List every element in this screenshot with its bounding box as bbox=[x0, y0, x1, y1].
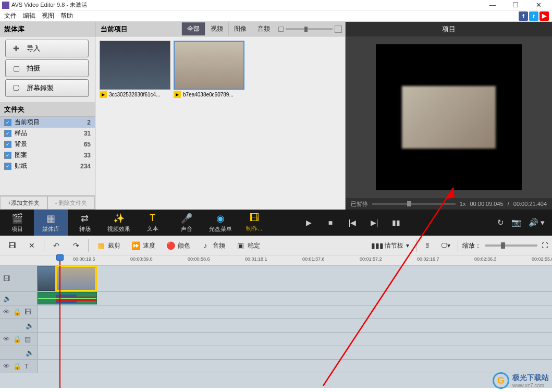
film-icon: 🎞 bbox=[3, 275, 10, 283]
clapper-icon: 🎬 bbox=[11, 213, 23, 224]
video-icon: ▶ bbox=[100, 91, 107, 98]
text-track[interactable]: 👁🔒T bbox=[0, 360, 552, 373]
color-button[interactable]: 🔴颜色 bbox=[163, 239, 193, 252]
timeline-ruler[interactable]: 00:00:19.5 00:00:39.0 00:00:58.6 00:01:1… bbox=[0, 255, 552, 266]
folder-item-patterns[interactable]: ✓图案33 bbox=[0, 150, 95, 161]
media-tab-audio[interactable]: 音频 bbox=[252, 22, 275, 35]
tab-audio[interactable]: 🎤声音 bbox=[169, 210, 203, 236]
tab-video-effects[interactable]: ✨视频效果 bbox=[102, 210, 136, 236]
audio-button[interactable]: ♪音频 bbox=[198, 239, 228, 252]
folder-item-stickers[interactable]: ✓贴纸234 bbox=[0, 161, 95, 172]
redo-icon: ↷ bbox=[71, 241, 81, 250]
folder-item-samples[interactable]: ✓样品31 bbox=[0, 128, 95, 139]
minimize-button[interactable]: — bbox=[481, 0, 504, 10]
tab-disc-menu[interactable]: ◉光盘菜单 bbox=[203, 210, 237, 236]
text-icon: T bbox=[150, 213, 155, 224]
stop-button[interactable]: ■ bbox=[324, 218, 337, 227]
lock-icon[interactable]: 🔒 bbox=[13, 308, 21, 316]
delete-button[interactable]: ✕ bbox=[24, 239, 40, 252]
tab-transitions[interactable]: ⇄转场 bbox=[68, 210, 102, 236]
overlay-track-1[interactable]: 👁🔒🎞 bbox=[0, 305, 552, 319]
capture-button[interactable]: ▢拍摄 bbox=[5, 59, 89, 77]
eye-icon[interactable]: 👁 bbox=[3, 308, 10, 316]
folder-item-current[interactable]: ✓当前项目2 bbox=[0, 117, 95, 128]
add-folder-button[interactable]: +添加文件夹 bbox=[0, 196, 47, 210]
media-library-header: 媒体库 bbox=[0, 22, 95, 36]
speed-icon: ⏩ bbox=[131, 241, 140, 250]
media-tab-video[interactable]: 视频 bbox=[205, 22, 228, 35]
preview-viewport[interactable] bbox=[346, 36, 552, 198]
menu-view[interactable]: 视图 bbox=[39, 11, 57, 20]
zoom-small-icon bbox=[278, 27, 284, 32]
timeline-clip-1[interactable] bbox=[38, 266, 55, 291]
checkbox-icon[interactable]: ✓ bbox=[4, 130, 11, 137]
menu-file[interactable]: 文件 bbox=[1, 11, 20, 20]
tab-project[interactable]: 🎬项目 bbox=[0, 210, 34, 236]
delete-folder-button[interactable]: - 删除文件夹 bbox=[47, 196, 95, 210]
checkbox-icon[interactable]: ✓ bbox=[4, 119, 11, 126]
storyboard-button[interactable]: ▮▮▮情节板▾ bbox=[370, 239, 412, 252]
trim-button[interactable]: ▦裁剪 bbox=[93, 239, 124, 252]
lock-icon[interactable]: 🔒 bbox=[13, 335, 21, 343]
eye-icon[interactable]: 👁 bbox=[3, 362, 10, 370]
youtube-icon[interactable]: ▶ bbox=[539, 11, 549, 21]
close-button[interactable]: ✕ bbox=[527, 0, 550, 10]
monitor-dropdown[interactable]: 🖵▾ bbox=[438, 240, 453, 251]
preview-seek-slider[interactable] bbox=[372, 203, 456, 205]
film-icon: 🎞 bbox=[7, 241, 17, 250]
thumb-zoom-control[interactable] bbox=[275, 26, 345, 33]
tab-media-library[interactable]: ▦媒体库 bbox=[34, 210, 68, 236]
watermark-logo-icon: G bbox=[493, 372, 509, 389]
timeline-zoom-slider[interactable] bbox=[485, 244, 537, 247]
media-thumb-2[interactable]: ▶b7ea4038e0c60789... bbox=[174, 41, 244, 98]
playhead-line bbox=[59, 266, 60, 388]
color-icon: 🔴 bbox=[166, 241, 175, 250]
audio-track[interactable]: 🔈 bbox=[0, 292, 552, 305]
eye-icon[interactable]: 👁 bbox=[3, 335, 10, 343]
time-separator: / bbox=[508, 201, 509, 207]
playhead-handle-icon[interactable] bbox=[56, 254, 64, 261]
mixer-icon[interactable]: 🎚 bbox=[421, 240, 434, 251]
menu-help[interactable]: 帮助 bbox=[57, 11, 76, 20]
folder-item-backgrounds[interactable]: ✓背景65 bbox=[0, 139, 95, 150]
redo-button[interactable]: ↷ bbox=[68, 239, 84, 252]
split-button[interactable]: ▮▮ bbox=[390, 218, 402, 227]
loop-icon[interactable]: ↻ bbox=[497, 218, 504, 227]
speed-button[interactable]: ⏩速度 bbox=[128, 239, 158, 252]
overlay-audio-1[interactable]: 🔈 bbox=[0, 319, 552, 333]
tab-text[interactable]: T文本 bbox=[136, 210, 169, 236]
video-track[interactable]: 🎞 bbox=[0, 266, 552, 292]
play-button[interactable]: ▶ bbox=[302, 218, 315, 227]
checkbox-icon[interactable]: ✓ bbox=[4, 141, 11, 148]
menu-edit[interactable]: 编辑 bbox=[20, 11, 39, 20]
lock-icon[interactable]: 🔒 bbox=[13, 362, 21, 370]
import-button[interactable]: ✚导入 bbox=[5, 40, 89, 57]
snapshot-icon[interactable]: 📷 bbox=[511, 218, 521, 227]
fit-icon[interactable]: ⛶ bbox=[542, 242, 548, 249]
checkbox-icon[interactable]: ✓ bbox=[4, 152, 11, 159]
timeline-clip-2[interactable] bbox=[55, 266, 97, 291]
clip-icon-button[interactable]: 🎞 bbox=[4, 239, 20, 252]
twitter-icon[interactable]: t bbox=[529, 11, 538, 21]
preview-panel: 项目 已暂停 1x 00:00:09.045 / 00:00:21.404 bbox=[346, 22, 552, 210]
undo-button[interactable]: ↶ bbox=[48, 239, 64, 252]
overlay-audio-2[interactable]: 🔈 bbox=[0, 346, 552, 360]
checkbox-icon[interactable]: ✓ bbox=[4, 163, 11, 170]
playhead[interactable] bbox=[59, 255, 60, 265]
media-thumb-1[interactable]: ▶3cc302532830f61c4... bbox=[100, 41, 170, 98]
maximize-button[interactable]: ☐ bbox=[504, 0, 527, 10]
facebook-icon[interactable]: f bbox=[519, 11, 528, 21]
prev-button[interactable]: |◀ bbox=[346, 218, 359, 227]
screen-record-button[interactable]: 🖵屏幕錄製 bbox=[5, 79, 89, 97]
media-tab-all[interactable]: 全部 bbox=[181, 22, 205, 35]
storyboard-icon: ▮▮▮ bbox=[373, 241, 382, 250]
timeline[interactable]: 🎞 🔈 👁🔒🎞 🔈 👁🔒▤ 🔈 👁🔒T bbox=[0, 266, 552, 388]
thumb-zoom-slider[interactable] bbox=[286, 28, 333, 30]
overlay-track-2[interactable]: 👁🔒▤ bbox=[0, 333, 552, 346]
next-button[interactable]: ▶| bbox=[368, 218, 381, 227]
volume-icon[interactable]: 🔊 ▾ bbox=[529, 218, 545, 227]
media-tab-image[interactable]: 图像 bbox=[228, 22, 252, 35]
stabilize-button[interactable]: ▣稳定 bbox=[232, 239, 263, 252]
tab-produce[interactable]: 🎞制作... bbox=[237, 210, 271, 236]
timeline-audio-clip[interactable] bbox=[38, 292, 97, 304]
